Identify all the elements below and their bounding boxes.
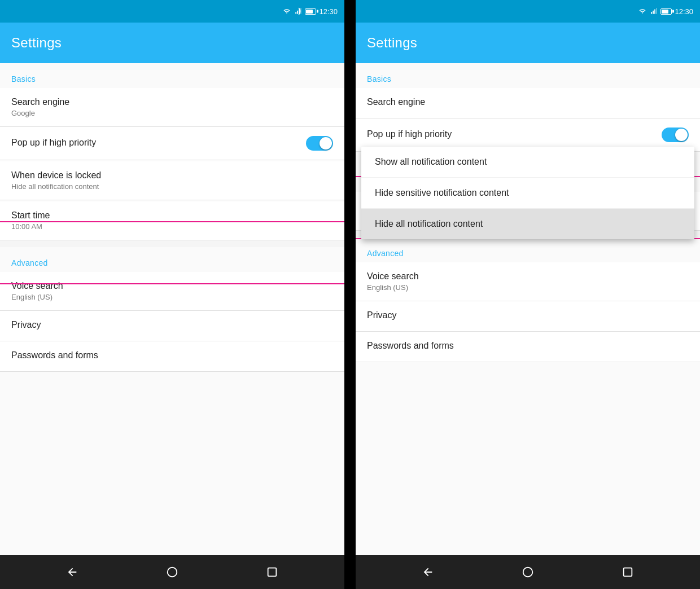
left-app-title: Settings [11,35,62,51]
left-when-locked-title: When device is locked [11,170,101,181]
left-passwords-title: Passwords and forms [11,350,98,361]
left-basics-header: Basics [0,63,344,88]
left-search-engine-title: Search engine [11,97,69,107]
right-passwords-item[interactable]: Passwords and forms [356,332,700,362]
svg-rect-3 [301,8,302,14]
left-voice-search-value: English (US) [11,293,63,301]
svg-point-10 [523,568,533,577]
left-popup-item[interactable]: Pop up if high priority [0,127,344,160]
right-recents-icon [622,566,634,578]
left-voice-search-title: Voice search [11,281,63,291]
right-status-time: 12:30 [675,7,693,16]
signal-icon [294,7,302,15]
home-icon [166,566,178,578]
svg-rect-1 [298,11,299,14]
left-search-engine-value: Google [11,109,69,117]
right-signal-icon [650,7,658,15]
right-voice-search-item[interactable]: Voice search English (US) [356,262,700,301]
left-passwords-item[interactable]: Passwords and forms [0,341,344,372]
left-status-icons: 12:30 [282,7,338,16]
right-search-engine-title: Search engine [367,97,425,107]
left-advanced-header: Advanced [0,247,344,272]
right-popup-title: Pop up if high priority [367,129,452,139]
wifi-icon [282,8,291,15]
battery-icon [305,8,316,15]
right-wifi-icon [638,8,647,15]
svg-rect-9 [657,8,658,14]
dropdown-hide-sensitive[interactable]: Hide sensitive notification content [361,178,694,209]
svg-rect-0 [296,12,297,14]
left-popup-toggle-knob [320,137,332,150]
right-popup-toggle-knob [675,129,688,141]
left-popup-title: Pop up if high priority [11,138,96,148]
svg-rect-6 [651,12,653,14]
left-settings-content: Basics Search engine Google Pop up if hi… [0,63,344,555]
left-when-locked-value: Hide all notification content [11,182,101,191]
left-when-locked-item[interactable]: When device is locked Hide all notificat… [0,161,344,200]
screen-divider [344,0,356,589]
left-section-gap [0,240,344,247]
right-advanced-header: Advanced [356,238,700,262]
right-privacy-item[interactable]: Privacy [356,301,700,332]
svg-rect-7 [653,11,654,14]
right-bottom-nav [356,555,700,589]
right-app-title: Settings [367,35,417,51]
left-back-button[interactable] [64,564,80,580]
svg-rect-8 [655,10,656,14]
left-bottom-nav [0,555,344,589]
right-passwords-title: Passwords and forms [367,341,454,351]
right-app-bar: Settings [356,23,700,63]
left-app-bar: Settings [0,23,344,63]
recents-icon [266,566,278,578]
left-popup-toggle[interactable] [306,136,333,151]
right-status-bar: 12:30 [356,0,700,23]
svg-rect-11 [623,568,632,577]
left-home-button[interactable] [164,564,180,580]
right-battery-icon [660,8,672,15]
dropdown-hide-all[interactable]: Hide all notification content [361,209,694,239]
right-status-icons: 12:30 [638,7,693,16]
right-popup-toggle[interactable] [662,128,689,142]
svg-rect-5 [268,568,276,577]
left-search-engine-item[interactable]: Search engine Google [0,88,344,127]
right-basics-header: Basics [356,63,700,88]
svg-point-4 [168,568,177,577]
back-icon [66,566,78,578]
left-recents-button[interactable] [264,564,280,580]
left-status-bar: 12:30 [0,0,344,23]
right-back-icon [422,566,434,578]
left-privacy-item[interactable]: Privacy [0,311,344,341]
left-pink-line-top [0,221,344,222]
right-voice-search-title: Voice search [367,271,419,282]
right-search-engine-item[interactable]: Search engine [356,88,700,118]
left-start-time-title: Start time [11,210,50,221]
dropdown-show-all[interactable]: Show all notification content [361,147,694,178]
left-privacy-title: Privacy [11,320,41,330]
right-privacy-title: Privacy [367,310,396,320]
left-start-time-value: 10:00 AM [11,222,50,231]
right-settings-content: Basics Search engine Pop up if high prio… [356,63,700,555]
svg-rect-2 [299,10,300,14]
notification-dropdown[interactable]: Show all notification content Hide sensi… [361,147,694,239]
right-home-icon [522,566,534,578]
left-status-time: 12:30 [319,7,338,16]
right-back-button[interactable] [420,564,436,580]
left-voice-search-item[interactable]: Voice search English (US) [0,272,344,311]
right-recents-button[interactable] [620,564,636,580]
right-home-button[interactable] [520,564,536,580]
right-voice-search-value: English (US) [367,283,419,292]
left-pink-line-bottom [0,283,344,284]
